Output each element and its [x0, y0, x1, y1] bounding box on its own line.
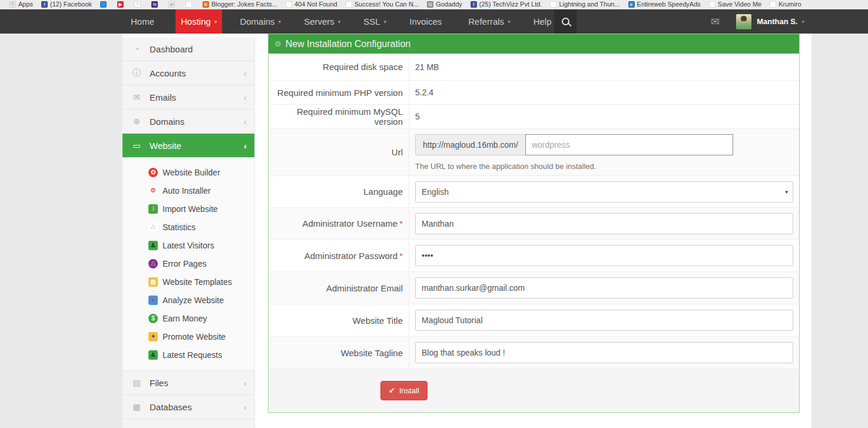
admin-email-row: Administrator Email	[269, 272, 799, 304]
required-asterisk: *	[399, 218, 403, 228]
chevron-down-icon[interactable]: ▾	[801, 19, 804, 25]
bookmark-item[interactable]: f (25) TechVizz Pvt Ltd.	[471, 1, 542, 8]
sidebar-item[interactable]: ✉ Emails ‹	[122, 85, 254, 110]
sidebar-item[interactable]: ▭ Website ‹	[122, 134, 254, 158]
language-select-wrap: English ▾	[415, 181, 793, 203]
sidebar-subitem-icon: ✦	[148, 332, 158, 341]
field-label: Administrator Password *	[269, 240, 409, 271]
installation-panel: ⚙ New Installation Configuration Require…	[268, 34, 800, 413]
sidebar-subitem-label: Analyze Website	[163, 296, 224, 305]
search-button[interactable]	[554, 9, 577, 34]
sidebar-subitem[interactable]: ◕ Analyze Website	[122, 291, 254, 309]
sidebar-subitem[interactable]: $ Earn Money	[122, 309, 254, 327]
sidebar-item-icon: ✉	[130, 92, 143, 102]
sidebar-item-label: Advanced	[150, 426, 189, 428]
chevron-left-icon: ‹	[244, 141, 247, 151]
bookmark-item[interactable]: 404 Not Found	[286, 1, 337, 8]
bookmark-item[interactable]: ⁘	[134, 1, 143, 8]
install-button[interactable]: ✔ Install	[380, 381, 428, 400]
mail-icon[interactable]: ✉	[711, 15, 720, 28]
nav-item[interactable]: Invoices	[404, 9, 450, 34]
nav-item-label: Invoices	[409, 16, 442, 26]
sidebar-item-label: Databases	[150, 402, 192, 412]
field-label: Administrator Username *	[269, 208, 409, 239]
sidebar-item[interactable]: ◔ Dashboard	[122, 37, 254, 61]
sidebar-item[interactable]: ⓘ Accounts ‹	[122, 61, 254, 85]
bookmark-item[interactable]: Krumiro	[770, 1, 801, 8]
field-label: Website Title	[269, 304, 409, 336]
bookmark-favicon-icon: ⠿	[9, 1, 16, 8]
bookmark-item[interactable]: ▶	[117, 1, 126, 8]
admin-username-row: Administrator Username *	[269, 208, 799, 240]
bookmark-item[interactable]: f (12) Facebook	[41, 1, 92, 8]
admin-email-input[interactable]	[415, 277, 793, 298]
sidebar-item[interactable]: ⊕ Domains ‹	[122, 110, 254, 134]
bookmark-item[interactable]: s!	[168, 1, 177, 8]
bookmark-label: Apps	[18, 1, 33, 8]
sidebar-item-label: Accounts	[150, 68, 186, 78]
static-info-rows: Required disk space 21 MB Required minim…	[269, 54, 799, 129]
nav-item[interactable]: SSL ▾	[358, 9, 392, 34]
field-label: Required disk space	[269, 54, 409, 80]
chevron-left-icon: ‹	[244, 402, 247, 412]
sidebar-subitem[interactable]: ✦ Promote Website	[122, 327, 254, 346]
bookmark-favicon-icon: B	[203, 1, 209, 8]
search-icon	[562, 18, 569, 25]
sidebar-subitem-icon: ♟	[148, 241, 158, 250]
bookmark-favicon-icon: s!	[168, 1, 175, 8]
language-row: Language English ▾	[269, 176, 799, 208]
sidebar-subitem[interactable]: ⚙ Auto Installer	[122, 181, 254, 200]
sidebar-item-label: Dashboard	[150, 44, 193, 54]
admin-username-input[interactable]	[415, 213, 793, 234]
website-tagline-input[interactable]	[415, 342, 793, 363]
website-title-input[interactable]	[415, 310, 793, 331]
nav-item[interactable]: Referrals ▾	[463, 9, 515, 34]
bookmark-item[interactable]: Save Video Me	[709, 1, 761, 8]
sidebar-item-label: Domains	[150, 117, 184, 127]
user-menu[interactable]: Manthan S.	[757, 17, 797, 26]
sidebar-subitem[interactable]: ⚠ Error Pages	[122, 254, 254, 273]
sidebar-subitem[interactable]: ∴ Statistics	[122, 218, 254, 236]
url-help-text: The URL to where the application should …	[415, 162, 596, 171]
language-select[interactable]: English	[415, 181, 793, 203]
url-input-group: http://magloud.16mb.com/	[415, 134, 733, 155]
bookmark-favicon-icon: e	[628, 1, 635, 8]
sidebar-item[interactable]: ▤ Files ‹	[122, 371, 254, 395]
bookmark-item[interactable]: G Godaddy	[427, 1, 462, 8]
nav-item[interactable]: Servers ▾	[299, 9, 346, 34]
bookmark-item[interactable]: e Entireweb SpeedyAds	[628, 1, 701, 8]
sidebar-subitem-label: Error Pages	[163, 259, 207, 268]
field-label: Required minimum MySQL version	[269, 105, 409, 128]
sidebar-item[interactable]: ⚙ Advanced ‹	[122, 419, 254, 428]
bookmark-item[interactable]: N	[151, 1, 160, 8]
avatar[interactable]	[736, 14, 751, 29]
bookmark-item[interactable]: B Blogger: Jokes Facts...	[203, 1, 277, 8]
sidebar-subitem[interactable]: ✿ Website Builder	[122, 163, 254, 181]
bookmark-label: Blogger: Jokes Facts...	[211, 1, 277, 8]
sidebar-subitem[interactable]: ⇩ Import Website	[122, 200, 254, 218]
info-row: Required minimum MySQL version 5	[269, 105, 799, 129]
sidebar: ◔ Dashboard ⓘ Accounts ‹ ✉ Emails ‹	[122, 37, 255, 428]
nav-item[interactable]: Domains ▾	[234, 9, 286, 34]
sidebar-item-label: Files	[150, 378, 168, 388]
bookmark-favicon-icon	[346, 1, 352, 8]
bookmark-favicon-icon: G	[427, 1, 433, 8]
url-path-input[interactable]	[525, 134, 733, 155]
nav-item[interactable]: Hosting ▾	[175, 9, 222, 34]
field-label: Website Tagline	[269, 337, 409, 369]
admin-password-input[interactable]	[415, 245, 793, 266]
sidebar-subitem[interactable]: ♟ Latest Requests	[122, 346, 254, 364]
sidebar-subitem[interactable]: ▦ Website Templates	[122, 273, 254, 291]
nav-item[interactable]: Home	[125, 9, 163, 34]
bookmark-item[interactable]	[185, 1, 194, 8]
panel-footer: ✔ Install	[269, 369, 799, 412]
bookmark-item[interactable]	[100, 1, 109, 8]
sidebar-item[interactable]: ▦ Databases ‹	[122, 395, 254, 419]
bookmark-item[interactable]: ⠿ Apps	[9, 1, 33, 8]
chevron-down-icon: ▾	[214, 19, 217, 25]
chevron-left-icon: ‹	[244, 92, 247, 102]
sidebar-subitem-icon: ♟	[148, 350, 158, 360]
bookmark-item[interactable]: Success! You Can N...	[346, 1, 419, 8]
sidebar-subitem[interactable]: ♟ Latest Visitors	[122, 236, 254, 254]
bookmark-item[interactable]: Lightning and Thun...	[550, 1, 619, 8]
